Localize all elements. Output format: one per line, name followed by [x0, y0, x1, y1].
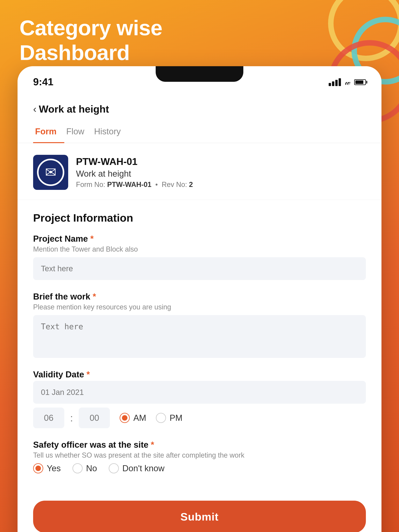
field-project-name-label: Project Name * — [33, 234, 366, 244]
brief-work-input[interactable] — [33, 315, 366, 358]
status-icons: 𝓌 — [329, 77, 366, 87]
pm-label: PM — [169, 413, 182, 423]
rev-no-label: Rev No: — [162, 181, 187, 189]
form-no-label: Form No: — [76, 181, 105, 189]
form-info: PTW-WAH-01 Work at height Form No: PTW-W… — [76, 156, 366, 189]
back-chevron-icon: ‹ — [33, 103, 36, 115]
field-brief-work: Brief the work * Please mention key reso… — [33, 292, 366, 358]
field-project-name-hint: Mention the Tower and Block also — [33, 245, 366, 253]
time-row: : AM PM — [33, 408, 366, 428]
notch — [156, 66, 243, 82]
no-option[interactable]: No — [72, 463, 97, 473]
am-radio-circle[interactable] — [120, 413, 130, 423]
field-brief-work-hint: Please mention key resources you are usi… — [33, 303, 366, 311]
pm-option[interactable]: PM — [156, 413, 182, 423]
yes-radio-circle[interactable] — [33, 463, 43, 473]
time-separator: : — [70, 412, 73, 424]
navigation-bar: ‹ Work at height — [18, 97, 381, 115]
status-time: 9:41 — [33, 76, 53, 88]
form-name: Work at height — [76, 169, 366, 178]
form-meta: Form No: PTW-WAH-01 • Rev No: 2 — [76, 181, 366, 189]
back-button[interactable]: ‹ Work at height — [33, 103, 109, 115]
am-radio-dot — [122, 415, 127, 421]
field-brief-work-label: Brief the work * — [33, 292, 366, 301]
dont-know-label: Don't know — [122, 463, 164, 473]
field-safety-officer-label: Safety officer was at the site * — [33, 440, 366, 450]
field-safety-officer: Safety officer was at the site * Tell us… — [33, 440, 366, 473]
svg-point-0 — [331, 0, 399, 58]
am-label: AM — [133, 413, 146, 423]
form-header: ✉ PTW-WAH-01 Work at height Form No: PTW… — [18, 143, 381, 200]
yes-label: Yes — [47, 463, 61, 473]
field-safety-officer-hint: Tell us whether SO was present at the si… — [33, 451, 366, 459]
field-validity-date: Validity Date * : AM PM — [33, 370, 366, 428]
time-hour-input[interactable] — [33, 408, 64, 428]
wifi-icon: 𝓌 — [345, 77, 350, 87]
required-star-brief: * — [93, 292, 96, 301]
tab-flow[interactable]: Flow — [64, 123, 92, 143]
form-no-value: PTW-WAH-01 — [107, 181, 151, 189]
dont-know-option[interactable]: Don't know — [109, 463, 164, 473]
validity-date-input[interactable] — [33, 381, 366, 404]
tab-bar: Form Flow History — [18, 115, 381, 143]
phone-mockup: 9:41 𝓌 ‹ Work at height Form Flow Histor… — [18, 66, 381, 532]
no-label: No — [86, 463, 97, 473]
section-project-info-title: Project Information — [33, 211, 366, 224]
yes-radio-dot — [35, 466, 41, 471]
status-bar: 9:41 𝓌 — [18, 66, 381, 97]
battery-icon — [354, 79, 366, 85]
rev-no-value: 2 — [189, 181, 193, 189]
page-title: Category wise Dashboard — [19, 16, 162, 65]
tab-form[interactable]: Form — [33, 123, 64, 143]
project-name-input[interactable] — [33, 257, 366, 280]
form-id: PTW-WAH-01 — [76, 156, 366, 167]
form-content: Project Information Project Name * Menti… — [18, 200, 381, 497]
ampm-group: AM PM — [120, 413, 182, 423]
no-radio-circle[interactable] — [72, 463, 83, 473]
nav-title: Work at height — [39, 103, 109, 115]
tab-history[interactable]: History — [92, 123, 129, 143]
safety-officer-radio-group: Yes No Don't know — [33, 463, 366, 473]
time-minute-input[interactable] — [79, 408, 110, 428]
required-star: * — [90, 234, 94, 243]
field-validity-date-label: Validity Date * — [33, 370, 366, 379]
required-star-safety: * — [151, 440, 154, 450]
form-logo-symbol: ✉ — [45, 164, 57, 180]
yes-option[interactable]: Yes — [33, 463, 61, 473]
pm-radio-circle[interactable] — [156, 413, 166, 423]
am-option[interactable]: AM — [120, 413, 146, 423]
form-logo: ✉ — [33, 155, 68, 190]
submit-button[interactable]: Submit — [33, 501, 366, 532]
signal-icon — [329, 78, 341, 86]
dont-know-radio-circle[interactable] — [109, 463, 119, 473]
submit-area: Submit — [18, 497, 381, 532]
field-project-name: Project Name * Mention the Tower and Blo… — [33, 234, 366, 280]
required-star-date: * — [86, 370, 90, 379]
